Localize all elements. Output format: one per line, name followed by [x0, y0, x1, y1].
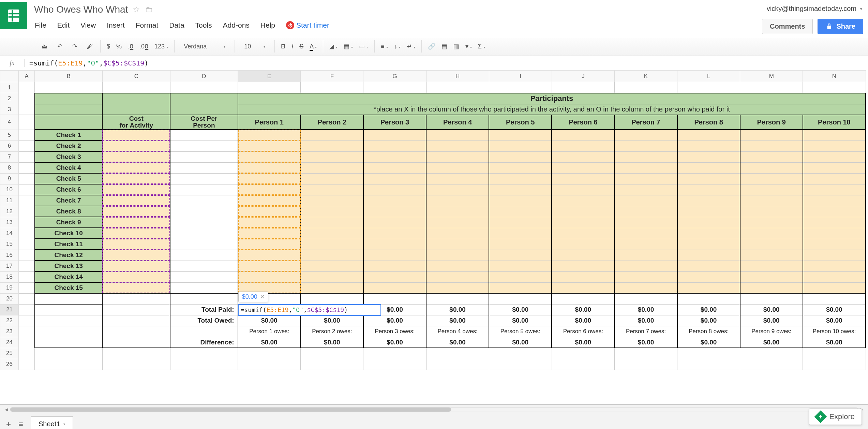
col-D[interactable]: D — [170, 71, 238, 82]
cell-F14[interactable] — [301, 228, 363, 239]
cell-F16[interactable] — [301, 250, 363, 261]
cell-G5[interactable] — [363, 130, 426, 140]
row-head-10[interactable]: 10 — [0, 184, 19, 195]
cell-J13[interactable] — [552, 217, 614, 228]
font-family-select[interactable]: Verdana▾ — [181, 41, 228, 52]
cell-G18[interactable] — [363, 271, 426, 282]
cell-N11[interactable] — [803, 195, 866, 206]
cell-diff-7[interactable]: $0.00 — [614, 337, 677, 348]
cell-K20[interactable] — [614, 293, 677, 304]
cell-L15[interactable] — [677, 239, 740, 250]
cell-I5[interactable] — [489, 130, 552, 140]
explore-button[interactable]: Explore — [809, 409, 862, 425]
cell-G11[interactable] — [363, 195, 426, 206]
col-K[interactable]: K — [614, 71, 677, 82]
cell-I12[interactable] — [489, 206, 552, 217]
cell-owed-3[interactable]: $0.00 — [363, 315, 426, 326]
scroll-thumb[interactable] — [10, 408, 451, 412]
bold-button[interactable]: B — [281, 43, 285, 50]
halign-button[interactable]: ≡ ▾ — [381, 43, 388, 50]
undo-icon[interactable]: ↶ — [55, 42, 64, 51]
cell-K12[interactable] — [614, 206, 677, 217]
cell-J16[interactable] — [552, 250, 614, 261]
menu-format[interactable]: Format — [136, 21, 159, 29]
cell-I18[interactable] — [489, 271, 552, 282]
cell-diff-2[interactable]: $0.00 — [301, 337, 363, 348]
cell-J9[interactable] — [552, 173, 614, 184]
column-headers[interactable]: A B C D E F G H I J K L M N — [0, 71, 866, 82]
cell-D6[interactable] — [170, 140, 238, 151]
cell-paid-6[interactable]: $0.00 — [552, 304, 614, 315]
cell-diff-1[interactable]: $0.00 — [238, 337, 301, 348]
cell-H11[interactable] — [426, 195, 489, 206]
cell-J7[interactable] — [552, 151, 614, 162]
cell-F18[interactable] — [301, 271, 363, 282]
row-head-25[interactable]: 25 — [0, 348, 19, 359]
cell-L18[interactable] — [677, 271, 740, 282]
cell-K10[interactable] — [614, 184, 677, 195]
cell-N6[interactable] — [803, 140, 866, 151]
menu-addons[interactable]: Add-ons — [223, 21, 250, 29]
cell-M11[interactable] — [740, 195, 803, 206]
cell-K7[interactable] — [614, 151, 677, 162]
cell-paid-5[interactable]: $0.00 — [489, 304, 552, 315]
cell-K18[interactable] — [614, 271, 677, 282]
cell-E21-editing[interactable]: $0.00 ✕ =sumif(E5:E19,"O",$C$5:$C$19) — [238, 304, 301, 315]
add-sheet-button[interactable]: + — [6, 419, 11, 429]
filter-button[interactable]: ▾ ▾ — [465, 43, 472, 50]
cell-L7[interactable] — [677, 151, 740, 162]
cell-diff-3[interactable]: $0.00 — [363, 337, 426, 348]
cell-G17[interactable] — [363, 261, 426, 271]
row-head-17[interactable]: 17 — [0, 261, 19, 271]
cell-J14[interactable] — [552, 228, 614, 239]
cell-K6[interactable] — [614, 140, 677, 151]
cell-G16[interactable] — [363, 250, 426, 261]
cell-H20[interactable] — [426, 293, 489, 304]
cell-F9[interactable] — [301, 173, 363, 184]
cell-owed-10[interactable]: $0.00 — [803, 315, 866, 326]
cell-owed-7[interactable]: $0.00 — [614, 315, 677, 326]
cell-M20[interactable] — [740, 293, 803, 304]
cell-D13[interactable] — [170, 217, 238, 228]
cell-I17[interactable] — [489, 261, 552, 271]
dec-decrease-button[interactable]: .0̲ — [128, 43, 133, 50]
cell-owed-2[interactable]: $0.00 — [301, 315, 363, 326]
row-head-5[interactable]: 5 — [0, 130, 19, 140]
cell-diff-8[interactable]: $0.00 — [677, 337, 740, 348]
cell-M19[interactable] — [740, 282, 803, 293]
row-head-4[interactable]: 4 — [0, 115, 19, 130]
cell-D23[interactable] — [170, 326, 238, 337]
cell-L12[interactable] — [677, 206, 740, 217]
cell-C19[interactable] — [102, 282, 170, 293]
menu-help[interactable]: Help — [260, 21, 275, 29]
col-C[interactable]: C — [102, 71, 170, 82]
cell-D11[interactable] — [170, 195, 238, 206]
cell-paid-7[interactable]: $0.00 — [614, 304, 677, 315]
cell-paid-4[interactable]: $0.00 — [426, 304, 489, 315]
cell-F12[interactable] — [301, 206, 363, 217]
cell-D12[interactable] — [170, 206, 238, 217]
cell-M14[interactable] — [740, 228, 803, 239]
cell-D17[interactable] — [170, 261, 238, 271]
cell-C20[interactable] — [102, 293, 170, 304]
cell-C24[interactable] — [102, 337, 170, 348]
cell-N13[interactable] — [803, 217, 866, 228]
cell-owed-9[interactable]: $0.00 — [740, 315, 803, 326]
select-all-cell[interactable] — [0, 71, 19, 82]
cell-J18[interactable] — [552, 271, 614, 282]
cell-C9[interactable] — [102, 173, 170, 184]
cell-L14[interactable] — [677, 228, 740, 239]
cell-C21[interactable] — [102, 304, 170, 315]
folder-icon[interactable]: 🗀 — [145, 5, 153, 14]
col-J[interactable]: J — [552, 71, 614, 82]
cell-F10[interactable] — [301, 184, 363, 195]
redo-icon[interactable]: ↷ — [70, 42, 79, 51]
number-format-button[interactable]: 123 ▾ — [154, 43, 168, 50]
cell-D15[interactable] — [170, 239, 238, 250]
cell-C16[interactable] — [102, 250, 170, 261]
row-head-12[interactable]: 12 — [0, 206, 19, 217]
cell-M12[interactable] — [740, 206, 803, 217]
cell-N18[interactable] — [803, 271, 866, 282]
menu-tools[interactable]: Tools — [195, 21, 212, 29]
cell-G20[interactable] — [363, 293, 426, 304]
